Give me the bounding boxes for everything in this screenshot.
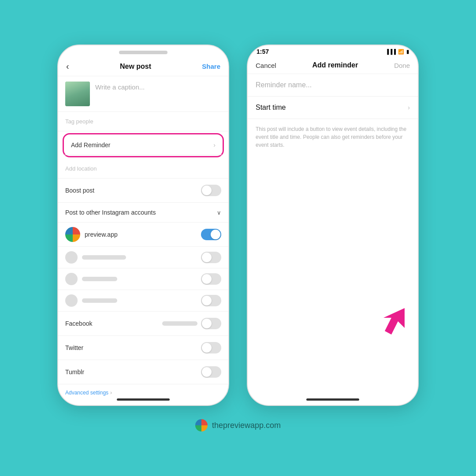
facebook-row[interactable]: Facebook (58, 312, 228, 336)
caption-input[interactable]: Write a caption... (95, 82, 145, 91)
reminder-title: Add reminder (312, 61, 358, 69)
share-button[interactable]: Share (202, 63, 220, 70)
facebook-label: Facebook (65, 320, 92, 327)
toggle-knob (202, 274, 212, 284)
preview-app-toggle[interactable] (201, 229, 221, 240)
placeholder-text-3 (82, 298, 117, 303)
chevron-down-icon: ∨ (217, 209, 221, 216)
post-thumbnail (65, 82, 90, 106)
account-toggle-2[interactable] (201, 273, 221, 285)
reminder-name-field[interactable]: Reminder name... (248, 74, 418, 97)
tumblr-toggle[interactable] (201, 366, 221, 378)
toggle-knob (202, 253, 212, 262)
advanced-settings-label: Advanced settings (65, 390, 108, 396)
battery-icon: ▮ (406, 49, 409, 55)
status-time: 1:57 (257, 48, 269, 55)
reminder-nav: Cancel Add reminder Done (248, 57, 418, 74)
tumblr-row[interactable]: Tumblr (58, 360, 228, 384)
toggle-knob (202, 367, 212, 377)
svg-marker-0 (383, 308, 405, 335)
chevron-right-icon: › (213, 141, 216, 149)
placeholder-text-2 (82, 277, 117, 281)
preview-app-info: preview.app (65, 227, 118, 242)
account-row-2[interactable] (58, 268, 228, 290)
placeholder-avatar-1 (65, 251, 78, 264)
account-info-3 (65, 294, 117, 307)
boost-post-toggle[interactable] (201, 185, 221, 196)
toggle-knob (202, 343, 212, 353)
account-info-2 (65, 273, 117, 285)
start-time-row[interactable]: Start time › (248, 97, 418, 119)
tag-people-label: Tag people (65, 118, 93, 125)
start-time-label: Start time (256, 104, 286, 112)
account-toggle-3[interactable] (201, 295, 221, 306)
wifi-icon: 📶 (398, 49, 404, 55)
facebook-bar (162, 321, 197, 326)
twitter-toggle[interactable] (201, 342, 221, 353)
placeholder-text-1 (82, 255, 126, 260)
boost-post-row[interactable]: Boost post (58, 178, 228, 203)
placeholder-avatar-3 (65, 294, 78, 307)
reminder-info-text: This post will include a button to view … (248, 119, 418, 155)
facebook-toggle[interactable] (201, 318, 221, 329)
add-location-row[interactable]: Add location (58, 159, 228, 178)
pink-arrow-annotation (374, 299, 409, 335)
twitter-row[interactable]: Twitter (58, 336, 228, 360)
toggle-knob (211, 230, 220, 239)
footer-text: thepreviewapp.com (212, 421, 281, 430)
status-bar: 1:57 ▐▐▐ 📶 ▮ (248, 45, 418, 57)
post-to-others-label: Post to other Instagram accounts (65, 209, 156, 216)
account-row-3[interactable] (58, 290, 228, 312)
account-info-1 (65, 251, 126, 264)
toggle-knob (202, 296, 212, 305)
preview-app-icon (65, 227, 80, 242)
back-button[interactable]: ‹ (66, 61, 69, 71)
preview-app-name: preview.app (85, 231, 118, 238)
footer: thepreviewapp.com (195, 419, 281, 431)
home-bar-right (306, 398, 359, 401)
add-reminder-row[interactable]: Add Reminder › (64, 135, 223, 155)
add-reminder-label: Add Reminder (71, 141, 111, 149)
account-row-1[interactable] (58, 247, 228, 268)
done-button[interactable]: Done (394, 62, 410, 69)
nav-bar: ‹ New post Share (58, 57, 228, 76)
tag-people-row[interactable]: Tag people (58, 112, 228, 131)
account-toggle-1[interactable] (201, 252, 221, 263)
reminder-name-placeholder: Reminder name... (256, 81, 312, 89)
status-icons: ▐▐▐ 📶 ▮ (386, 49, 409, 55)
phone-notch (119, 51, 167, 54)
cancel-button[interactable]: Cancel (256, 62, 276, 69)
home-bar (117, 398, 170, 401)
signal-icon: ▐▐▐ (386, 49, 396, 54)
twitter-label: Twitter (65, 344, 83, 351)
advanced-settings-chevron: › (110, 390, 112, 396)
toggle-knob (202, 186, 212, 195)
tumblr-label: Tumblr (65, 368, 84, 376)
placeholder-avatar-2 (65, 273, 78, 285)
add-reminder-wrapper: Add Reminder › (58, 131, 228, 159)
add-reminder-highlight: Add Reminder › (63, 133, 224, 157)
caption-row: Write a caption... (58, 76, 228, 112)
post-to-others-row[interactable]: Post to other Instagram accounts ∨ (58, 203, 228, 223)
left-phone: ‹ New post Share Write a caption... Tag … (57, 45, 229, 406)
footer-logo-icon (195, 419, 208, 431)
page-title: New post (120, 63, 151, 71)
add-location-label: Add location (65, 165, 97, 172)
boost-post-label: Boost post (65, 187, 94, 194)
start-time-chevron: › (408, 104, 410, 111)
preview-app-row[interactable]: preview.app (58, 223, 228, 247)
toggle-knob (202, 319, 212, 328)
right-phone: 1:57 ▐▐▐ 📶 ▮ Cancel Add reminder Done Re… (247, 45, 419, 406)
